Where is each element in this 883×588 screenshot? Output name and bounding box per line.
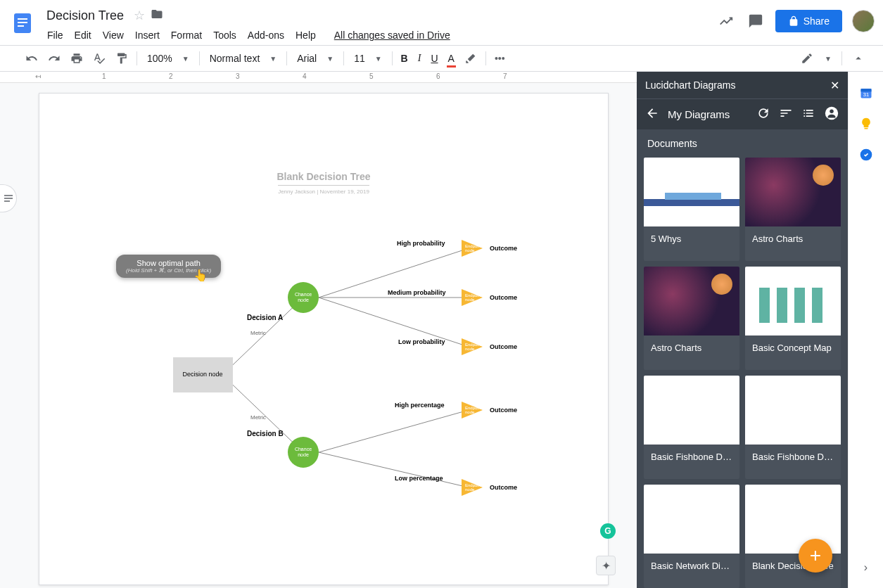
document-title[interactable]: Decision Tree <box>42 7 128 25</box>
diagram-card[interactable]: Basic Concept Map <box>745 267 841 370</box>
grammarly-icon[interactable]: G <box>600 523 616 539</box>
zoom-dropdown[interactable]: 100%▼ <box>141 50 195 67</box>
menu-help[interactable]: Help <box>291 27 321 44</box>
more-button[interactable]: ••• <box>490 50 509 67</box>
menu-tools[interactable]: Tools <box>208 27 241 44</box>
lucidchart-sidebar: Lucidchart Diagrams ✕ My Diagrams Docume… <box>637 72 848 588</box>
editing-mode-icon[interactable] <box>796 49 818 68</box>
back-icon[interactable] <box>645 106 659 123</box>
svg-text:Outcome: Outcome <box>490 343 517 350</box>
comments-icon[interactable] <box>746 11 766 31</box>
keep-icon[interactable] <box>859 117 873 131</box>
svg-text:Chance: Chance <box>295 292 312 297</box>
explore-button[interactable]: ✦ <box>596 556 616 575</box>
ruler[interactable]: ↤1234567 <box>0 72 637 83</box>
diagram-card[interactable]: Basic Network Diagram <box>644 485 739 588</box>
bold-button[interactable]: B <box>397 50 412 67</box>
svg-text:Metric: Metric <box>250 330 266 336</box>
share-label: Share <box>803 15 830 27</box>
svg-text:31: 31 <box>863 91 868 98</box>
hide-menus-icon[interactable] <box>848 49 869 68</box>
style-dropdown[interactable]: Normal text▼ <box>204 50 282 67</box>
highlight-button[interactable] <box>460 49 481 68</box>
svg-text:Outcome: Outcome <box>490 294 517 301</box>
diagram-label: Astro Charts <box>745 226 841 251</box>
new-diagram-fab[interactable]: + <box>799 539 832 573</box>
page-meta: Jenny Jackson | November 19, 2019 <box>39 188 608 195</box>
expand-rightbar-icon[interactable]: › <box>864 561 868 574</box>
underline-button[interactable]: U <box>426 50 442 67</box>
svg-text:Medium probability: Medium probability <box>388 289 446 296</box>
menu-view[interactable]: View <box>98 27 129 44</box>
diagram-thumbnail <box>745 376 841 445</box>
titlebar: Decision Tree ☆ File Edit View Insert Fo… <box>0 0 883 45</box>
document-area: ↤1234567 Blank Decision Tree Jenny Jacks… <box>0 72 637 588</box>
editing-mode-caret[interactable]: ▼ <box>820 52 836 65</box>
font-size-dropdown[interactable]: 11▼ <box>348 50 387 67</box>
menu-insert[interactable]: Insert <box>130 27 165 44</box>
diagram-card[interactable]: Blank Decision Tree <box>745 485 841 588</box>
diagram-label: Basic Fishbone Diagram <box>644 445 739 469</box>
diagram-thumbnail <box>745 267 841 335</box>
svg-text:node: node <box>298 452 309 457</box>
diagram-card[interactable]: Basic Fishbone Diagram <box>745 376 841 479</box>
font-dropdown[interactable]: Arial▼ <box>291 50 339 67</box>
diagram-card[interactable]: Basic Fishbone Diagram <box>644 376 739 479</box>
docs-logo-icon[interactable] <box>8 6 37 41</box>
svg-line-9 <box>319 410 469 452</box>
svg-text:Outcome: Outcome <box>490 407 517 414</box>
svg-text:Low percentage: Low percentage <box>395 475 443 482</box>
page-title: Blank Decision Tree <box>39 171 608 182</box>
italic-button[interactable]: I <box>414 50 426 67</box>
diagram-label: Astro Charts <box>644 335 739 360</box>
star-icon[interactable]: ☆ <box>134 8 145 23</box>
svg-point-49 <box>830 109 834 113</box>
diagram-thumbnail <box>644 376 739 445</box>
account-icon[interactable] <box>824 106 839 124</box>
move-folder-icon[interactable] <box>151 8 163 23</box>
svg-rect-53 <box>864 128 868 129</box>
diagram-label: Basic Network Diagram <box>644 554 739 578</box>
svg-text:node: node <box>465 410 475 414</box>
diagram-thumbnail <box>644 485 739 554</box>
print-icon[interactable] <box>66 49 87 68</box>
save-status[interactable]: All changes saved in Drive <box>329 27 455 44</box>
activity-icon[interactable] <box>716 11 736 31</box>
tasks-icon[interactable] <box>859 148 873 162</box>
diagram-card[interactable]: 5 Whys <box>644 158 739 261</box>
svg-text:Decision B: Decision B <box>247 430 284 437</box>
svg-text:node: node <box>298 298 309 302</box>
calendar-icon[interactable]: 31 <box>859 86 873 100</box>
list-icon[interactable] <box>801 106 815 123</box>
diagram-label: 5 Whys <box>644 226 739 251</box>
cursor-icon: 👆 <box>193 269 208 282</box>
menu-edit[interactable]: Edit <box>70 27 96 44</box>
close-sidebar-icon[interactable]: ✕ <box>830 79 839 92</box>
redo-icon[interactable] <box>44 49 65 68</box>
menu-addons[interactable]: Add-ons <box>243 27 289 44</box>
menu-file[interactable]: File <box>42 27 68 44</box>
menu-format[interactable]: Format <box>166 27 207 44</box>
sort-icon[interactable] <box>779 106 793 123</box>
svg-text:node: node <box>465 298 475 302</box>
document-page[interactable]: Blank Decision Tree Jenny Jackson | Nove… <box>39 93 609 585</box>
paint-format-icon[interactable] <box>111 49 132 68</box>
svg-line-5 <box>222 375 303 452</box>
refresh-icon[interactable] <box>756 106 770 123</box>
documents-section-label: Documents <box>637 129 848 158</box>
diagram-label: Basic Fishbone Diagram <box>745 445 841 469</box>
text-color-button[interactable]: A <box>444 50 459 67</box>
sidebar-title: Lucidchart Diagrams <box>645 79 735 91</box>
diagram-card[interactable]: Astro Charts <box>644 267 739 370</box>
spellcheck-icon[interactable] <box>89 49 110 68</box>
user-avatar[interactable] <box>852 10 875 32</box>
outline-tab-icon[interactable] <box>0 184 17 212</box>
svg-text:node: node <box>465 487 475 492</box>
share-button[interactable]: Share <box>775 10 842 32</box>
menubar: File Edit View Insert Format Tools Add-o… <box>42 25 716 45</box>
svg-text:Outcome: Outcome <box>490 484 517 491</box>
svg-line-8 <box>319 298 469 347</box>
undo-icon[interactable] <box>21 49 42 68</box>
svg-text:High percentage: High percentage <box>395 402 445 409</box>
diagram-card[interactable]: Astro Charts <box>745 158 841 261</box>
